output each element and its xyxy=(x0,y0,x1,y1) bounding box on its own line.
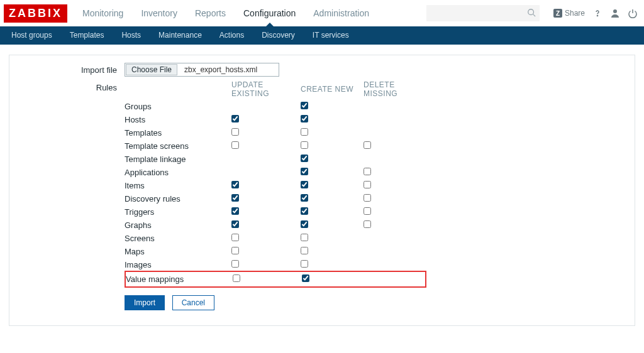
chk-items-create[interactable] xyxy=(301,181,308,188)
import-button[interactable]: Import xyxy=(125,295,165,310)
chk-triggers-create[interactable] xyxy=(301,207,308,215)
chk-screens-create[interactable] xyxy=(301,234,308,241)
chk-discovery-rules-create[interactable] xyxy=(301,194,308,202)
chk-maps-update[interactable] xyxy=(231,247,239,254)
file-chooser[interactable]: Choose File zbx_export_hosts.xml xyxy=(125,63,279,77)
subnav-item-discovery[interactable]: Discovery xyxy=(253,26,304,45)
chk-images-update[interactable] xyxy=(231,260,239,268)
chk-images-create[interactable] xyxy=(301,260,308,268)
chk-items-delete[interactable] xyxy=(364,181,371,188)
svg-point-3 xyxy=(613,9,617,13)
rule-name-groups: Groups xyxy=(125,102,231,111)
search-input[interactable] xyxy=(426,5,540,21)
file-name: zbx_export_hosts.xml xyxy=(178,63,279,76)
rule-name-template-linkage: Template linkage xyxy=(125,155,231,164)
rule-name-discovery-rules: Discovery rules xyxy=(125,194,231,204)
mainnav-item-reports[interactable]: Reports xyxy=(186,0,235,26)
share-label: Share xyxy=(565,9,585,18)
chk-groups-create[interactable] xyxy=(301,102,308,109)
chk-templates-update[interactable] xyxy=(231,128,239,136)
chk-discovery-rules-update[interactable] xyxy=(231,194,239,202)
chk-templates-create[interactable] xyxy=(301,128,308,136)
chk-graphs-delete[interactable] xyxy=(364,220,371,228)
share-badge-icon: Z xyxy=(553,9,562,18)
import-panel: Import file Choose File zbx_export_hosts… xyxy=(9,55,635,326)
subnav-item-hosts[interactable]: Hosts xyxy=(113,26,150,45)
subnav-item-it-services[interactable]: IT services xyxy=(304,26,358,45)
subnav-item-maintenance[interactable]: Maintenance xyxy=(150,26,211,45)
rule-name-graphs: Graphs xyxy=(125,220,231,230)
chk-graphs-create[interactable] xyxy=(301,220,308,228)
mainnav-item-inventory[interactable]: Inventory xyxy=(132,0,186,26)
sub-nav: Host groupsTemplatesHostsMaintenanceActi… xyxy=(0,26,644,45)
mainnav-item-monitoring[interactable]: Monitoring xyxy=(74,0,132,26)
col-create-new: CREATE NEW xyxy=(301,85,364,94)
user-icon[interactable] xyxy=(610,8,620,18)
chk-maps-create[interactable] xyxy=(301,247,308,254)
chk-screens-update[interactable] xyxy=(231,234,239,241)
rule-name-images: Images xyxy=(125,260,231,269)
search-icon[interactable] xyxy=(527,8,536,17)
svg-point-0 xyxy=(528,9,534,15)
import-file-label: Import file xyxy=(21,63,125,75)
chk-template-screens-update[interactable] xyxy=(231,141,239,149)
cancel-button[interactable]: Cancel xyxy=(172,295,214,310)
svg-point-2 xyxy=(597,15,597,16)
rule-name-applications: Applications xyxy=(125,168,231,177)
rule-name-screens: Screens xyxy=(125,234,231,243)
subnav-item-templates[interactable]: Templates xyxy=(61,26,113,45)
chk-value-mappings-create[interactable] xyxy=(302,274,309,282)
chk-applications-create[interactable] xyxy=(301,168,308,175)
svg-line-1 xyxy=(533,14,536,17)
rule-name-hosts: Hosts xyxy=(125,115,231,124)
chk-items-update[interactable] xyxy=(231,181,239,188)
rule-name-maps: Maps xyxy=(125,247,231,256)
choose-file-button[interactable]: Choose File xyxy=(126,64,177,75)
chk-applications-delete[interactable] xyxy=(364,168,371,175)
chk-triggers-delete[interactable] xyxy=(364,207,371,215)
mainnav-item-administration[interactable]: Administration xyxy=(304,0,378,26)
share-button[interactable]: Z Share xyxy=(553,9,585,18)
chk-value-mappings-update[interactable] xyxy=(233,274,240,282)
mainnav-item-configuration[interactable]: Configuration xyxy=(235,0,304,26)
rules-grid: UPDATE EXISTING CREATE NEW DELETE MISSIN… xyxy=(125,80,426,288)
logo: ZABBIX xyxy=(4,4,67,23)
rule-name-templates: Templates xyxy=(125,128,231,138)
chk-hosts-create[interactable] xyxy=(301,115,308,122)
rule-name-value-mappings: Value mappings xyxy=(126,274,233,284)
chk-template-screens-delete[interactable] xyxy=(364,141,371,149)
search-wrap xyxy=(426,5,540,21)
rule-name-triggers: Triggers xyxy=(125,207,231,217)
col-update-existing: UPDATE EXISTING xyxy=(231,80,301,98)
rules-label: Rules xyxy=(21,80,125,92)
topbar: ZABBIX MonitoringInventoryReportsConfigu… xyxy=(0,0,644,26)
main-nav: MonitoringInventoryReportsConfigurationA… xyxy=(74,0,378,26)
chk-triggers-update[interactable] xyxy=(231,207,239,215)
subnav-item-host-groups[interactable]: Host groups xyxy=(3,26,61,45)
chk-discovery-rules-delete[interactable] xyxy=(364,194,371,202)
chk-graphs-update[interactable] xyxy=(231,220,239,228)
rule-name-template-screens: Template screens xyxy=(125,141,231,151)
chk-template-linkage-create[interactable] xyxy=(301,155,308,162)
chk-hosts-update[interactable] xyxy=(231,115,239,122)
highlighted-rule-row: Value mappings xyxy=(125,271,426,288)
help-icon[interactable] xyxy=(592,8,602,18)
chk-template-screens-create[interactable] xyxy=(301,141,308,149)
rule-name-items: Items xyxy=(125,181,231,190)
power-icon[interactable] xyxy=(628,8,638,18)
subnav-item-actions[interactable]: Actions xyxy=(211,26,253,45)
col-delete-missing: DELETE MISSING xyxy=(364,80,426,98)
